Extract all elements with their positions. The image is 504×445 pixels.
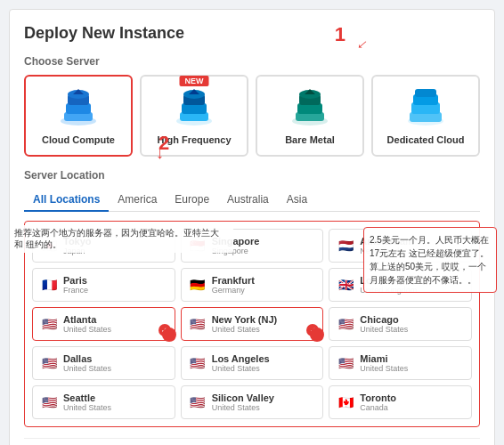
- flag-us-dallas: 🇺🇸: [40, 357, 58, 369]
- city-miami: Miami: [360, 353, 408, 364]
- flag-us-atlanta: 🇺🇸: [40, 318, 58, 330]
- flag-us-la: 🇺🇸: [189, 357, 207, 369]
- flag-us-chicago: 🇺🇸: [337, 318, 354, 330]
- location-chicago[interactable]: 🇺🇸 Chicago United States: [329, 307, 472, 341]
- location-atlanta[interactable]: 🇺🇸 Atlanta United States: [32, 307, 175, 341]
- country-france: France: [63, 286, 88, 295]
- server-location-label: Server Location: [24, 169, 480, 182]
- selected-indicator-ny: [306, 324, 319, 336]
- city-toronto: Toronto: [360, 392, 396, 403]
- location-miami[interactable]: 🇺🇸 Miami United States: [329, 346, 472, 380]
- flag-us-miami: 🇺🇸: [337, 357, 354, 369]
- server-type-dedicated-cloud[interactable]: Dedicated Cloud: [371, 75, 480, 157]
- location-silicon-valley[interactable]: 🇺🇸 Silicon Valley United States: [181, 385, 324, 419]
- flag-us-seattle: 🇺🇸: [40, 396, 58, 409]
- tab-all-locations[interactable]: All Locations: [24, 189, 109, 212]
- location-new-york[interactable]: 🇺🇸 New York (NJ) United States: [181, 307, 324, 341]
- city-silicon-valley: Silicon Valley: [212, 392, 274, 403]
- location-paris[interactable]: 🇫🇷 Paris France: [32, 268, 175, 302]
- city-dallas: Dallas: [63, 353, 111, 364]
- page-title: Deploy New Instance: [24, 24, 480, 43]
- new-badge: NEW: [180, 76, 209, 86]
- choose-server-label: Choose Server: [24, 55, 480, 68]
- country-us-chicago: United States: [360, 325, 408, 334]
- cloud-compute-icon: [57, 85, 100, 128]
- city-seattle: Seattle: [63, 392, 111, 403]
- server-type-bare-metal[interactable]: Bare Metal: [256, 75, 364, 157]
- country-germany: Germany: [212, 286, 255, 295]
- country-us-ny: United States: [212, 325, 278, 334]
- flag-france: 🇫🇷: [40, 279, 58, 291]
- city-new-york: New York (NJ): [212, 314, 278, 325]
- city-los-angeles: Los Angeles: [212, 353, 270, 364]
- bare-metal-label: Bare Metal: [263, 134, 357, 146]
- flag-germany: 🇩🇪: [189, 279, 207, 291]
- location-toronto[interactable]: 🇨🇦 Toronto Canada: [329, 385, 472, 419]
- high-frequency-icon: [173, 85, 215, 128]
- flag-canada: 🇨🇦: [337, 396, 354, 409]
- city-paris: Paris: [63, 275, 88, 286]
- tab-australia[interactable]: Australia: [218, 189, 278, 212]
- annotation-chinese-right: 2.5美元一个月。人民币大概在17元左右 这已经超级便宜了。算上送的50美元，哎…: [363, 227, 497, 293]
- location-los-angeles[interactable]: 🇺🇸 Los Angeles United States: [181, 346, 324, 380]
- bare-metal-icon: [289, 85, 331, 128]
- annotation-chinese-left: 推荐这两个地方的服务器，因为便宜哈哈。亚特兰大 和 纽约的。: [11, 225, 233, 253]
- location-seattle[interactable]: 🇺🇸 Seattle United States: [32, 385, 175, 419]
- city-atlanta: Atlanta: [63, 314, 111, 325]
- location-frankfurt[interactable]: 🇩🇪 Frankfurt Germany: [181, 268, 324, 302]
- country-us-sv: United States: [212, 403, 274, 412]
- server-type-grid: Cloud Compute NEW High Frequency: [24, 75, 480, 157]
- location-tabs: All Locations America Europe Australia A…: [24, 189, 480, 212]
- tab-europe[interactable]: Europe: [166, 189, 218, 212]
- arrow-2: ↓: [156, 144, 164, 163]
- flag-us-ny: 🇺🇸: [189, 318, 207, 330]
- country-us-la: United States: [212, 364, 270, 373]
- flag-uk: 🇬🇧: [337, 279, 354, 291]
- dedicated-cloud-label: Dedicated Cloud: [378, 134, 473, 146]
- city-chicago: Chicago: [360, 314, 408, 325]
- country-us-seattle: United States: [63, 403, 111, 412]
- dedicated-cloud-icon: [404, 85, 447, 128]
- country-canada: Canada: [360, 403, 396, 412]
- tab-asia[interactable]: Asia: [278, 189, 316, 212]
- cloud-compute-label: Cloud Compute: [31, 134, 126, 146]
- svg-rect-22: [415, 89, 436, 97]
- location-dallas[interactable]: 🇺🇸 Dallas United States: [32, 346, 175, 380]
- flag-netherlands: 🇳🇱: [337, 239, 354, 252]
- country-us-atlanta: United States: [63, 325, 111, 334]
- country-us-dallas: United States: [63, 364, 111, 373]
- city-frankfurt: Frankfurt: [212, 275, 255, 286]
- country-us-miami: United States: [360, 364, 408, 373]
- tab-america[interactable]: America: [109, 189, 166, 212]
- selected-indicator-atlanta: [159, 324, 171, 336]
- flag-us-sv: 🇺🇸: [189, 396, 207, 409]
- server-type-cloud-compute[interactable]: Cloud Compute: [24, 75, 133, 157]
- bottom-bar: Servers Qty: − + Summary: $2.50/mo ($0.0…: [24, 438, 480, 445]
